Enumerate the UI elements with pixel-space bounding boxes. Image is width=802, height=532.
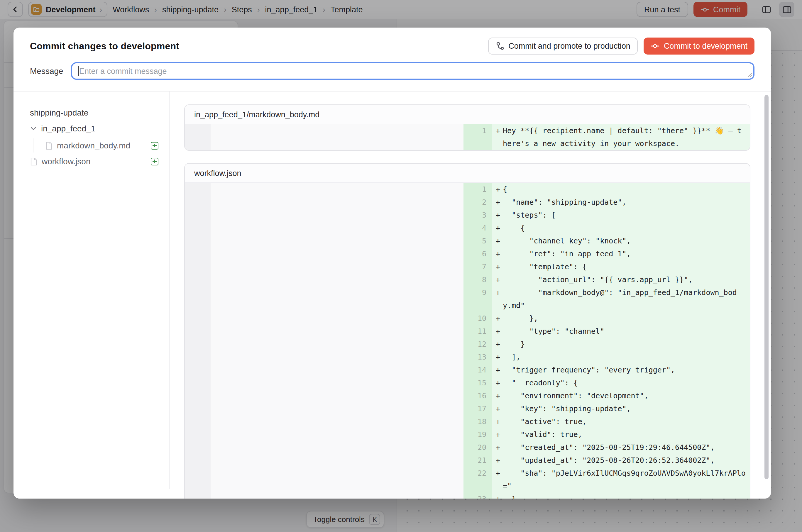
plus-sign: + xyxy=(492,467,503,480)
diff-row: 22+ "sha": "pJeLVir6xIlUCMGqs9qroZoUAVDS… xyxy=(185,467,750,493)
diff-row: 6+ "ref": "in_app_feed_1", xyxy=(185,248,750,261)
tree-folder-label: in_app_feed_1 xyxy=(41,124,95,133)
plus-sign: + xyxy=(492,428,503,441)
diff-row: 17+ "key": "shipping-update", xyxy=(185,402,750,415)
commit-and-promote-label: Commit and promote to production xyxy=(508,42,630,51)
old-side-empty xyxy=(211,493,464,498)
old-side-gutter xyxy=(185,338,211,351)
diff-file-name: in_app_feed_1/markdown_body.md xyxy=(194,110,319,119)
plus-sign: + xyxy=(492,235,503,248)
diff-row: 12+ } xyxy=(185,338,750,351)
code-text: }, xyxy=(503,312,746,325)
added-line: + "trigger_frequency": "every_trigger", xyxy=(492,364,750,377)
code-text: { xyxy=(503,222,746,235)
plus-sign: + xyxy=(492,125,503,137)
old-side-gutter xyxy=(185,183,211,196)
old-side-gutter xyxy=(185,493,211,498)
old-side-gutter xyxy=(185,248,211,261)
added-line: +{ xyxy=(492,183,750,196)
old-side-empty xyxy=(211,196,464,209)
new-line-number: 15 xyxy=(464,377,492,390)
old-side-gutter xyxy=(185,325,211,338)
tree-diff-divider xyxy=(169,92,170,489)
plus-sign: + xyxy=(492,351,503,364)
old-side-empty xyxy=(211,325,464,338)
code-text: } xyxy=(503,338,746,351)
old-side-gutter xyxy=(185,377,211,390)
added-line: + "name": "shipping-update", xyxy=(492,196,750,209)
old-side-gutter xyxy=(185,428,211,441)
new-line-number: 7 xyxy=(464,261,492,273)
diff-row: 20+ "created_at": "2025-08-25T19:29:46.6… xyxy=(185,441,750,454)
added-line: + "active": true, xyxy=(492,415,750,428)
diff-card-workflow-json: workflow.json 1+{2+ "name": "shipping-up… xyxy=(184,163,750,498)
new-line-number: 5 xyxy=(464,235,492,248)
resize-grip-icon[interactable] xyxy=(746,72,752,77)
code-text: "ref": "in_app_feed_1", xyxy=(503,248,746,261)
code-text: "key": "shipping-update", xyxy=(503,402,746,415)
commit-to-development-button[interactable]: Commit to development xyxy=(644,38,754,55)
old-side-empty xyxy=(211,273,464,286)
diff-row: 5+ "channel_key": "knock", xyxy=(185,235,750,248)
tree-file-workflow-json[interactable]: workflow.json xyxy=(30,154,158,168)
new-line-number: 9 xyxy=(464,286,492,312)
old-side-empty xyxy=(211,261,464,273)
diff-row: 18+ "active": true, xyxy=(185,415,750,428)
old-side-gutter xyxy=(185,125,211,150)
tree-root-workflow[interactable]: shipping-update xyxy=(30,108,158,117)
code-text: "created_at": "2025-08-25T19:29:46.64450… xyxy=(503,441,746,454)
commit-and-promote-button[interactable]: Commit and promote to production xyxy=(488,38,638,55)
new-line-number: 21 xyxy=(464,454,492,467)
diff-row: 13+ ], xyxy=(185,351,750,364)
diff-file-name: workflow.json xyxy=(194,169,241,177)
added-line: + ], xyxy=(492,351,750,364)
plus-sign: + xyxy=(492,377,503,390)
code-text: "trigger_frequency": "every_trigger", xyxy=(503,364,746,377)
code-text: "channel_key": "knock", xyxy=(503,235,746,248)
new-line-number: 4 xyxy=(464,222,492,235)
new-line-number: 18 xyxy=(464,415,492,428)
diff-card-markdown-body: in_app_feed_1/markdown_body.md 1+Hey **{… xyxy=(184,104,750,151)
added-line: + { xyxy=(492,222,750,235)
tree-folder-step[interactable]: in_app_feed_1 xyxy=(30,124,158,133)
code-text: "sha": "pJeLVir6xIlUCMGqs9qroZoUAVDSwA0y… xyxy=(503,467,746,493)
code-text: "type": "channel" xyxy=(503,325,746,338)
new-line-number: 17 xyxy=(464,402,492,415)
old-side-gutter xyxy=(185,467,211,493)
added-line: + "environment": "development", xyxy=(492,390,750,402)
plus-sign: + xyxy=(492,248,503,261)
new-line-number: 13 xyxy=(464,351,492,364)
old-side-empty xyxy=(211,364,464,377)
code-text: "updated_at": "2025-08-26T20:26:52.36400… xyxy=(503,454,746,467)
code-text: ], xyxy=(503,351,746,364)
plus-sign: + xyxy=(492,493,503,498)
diff-lines: 1+{2+ "name": "shipping-update",3+ "step… xyxy=(185,183,750,498)
code-text: "markdown_body@": "in_app_feed_1/markdow… xyxy=(503,286,746,312)
commit-message-input[interactable]: Enter a commit message xyxy=(71,62,754,80)
old-side-empty xyxy=(211,415,464,428)
old-side-empty xyxy=(211,441,464,454)
commit-dialog-header: Commit changes to development Commit and… xyxy=(14,27,771,92)
commit-dialog: Commit changes to development Commit and… xyxy=(14,27,771,498)
diff-row: 10+ }, xyxy=(185,312,750,325)
code-text: "name": "shipping-update", xyxy=(503,196,746,209)
old-side-gutter xyxy=(185,261,211,273)
old-side-empty xyxy=(211,338,464,351)
modal-scrollbar-thumb[interactable] xyxy=(764,95,768,479)
plus-sign: + xyxy=(492,312,503,325)
diff-row: 15+ "__readonly": { xyxy=(185,377,750,390)
diff-row: 1+Hey **{{ recipient.name | default: "th… xyxy=(185,125,750,150)
commit-dialog-body: shipping-update in_app_feed_1 markdown_b… xyxy=(14,92,771,498)
old-side-gutter xyxy=(185,196,211,209)
added-status-badge xyxy=(151,141,158,149)
added-line: + "action_url": "{{ vars.app_url }}", xyxy=(492,273,750,286)
old-side-empty xyxy=(211,286,464,312)
plus-sign: + xyxy=(492,273,503,286)
tree-file-markdown-body[interactable]: markdown_body.md xyxy=(45,138,158,152)
added-line: + "ref": "in_app_feed_1", xyxy=(492,248,750,261)
new-line-number: 16 xyxy=(464,390,492,402)
new-line-number: 1 xyxy=(464,183,492,196)
old-side-gutter xyxy=(185,402,211,415)
diff-row: 4+ { xyxy=(185,222,750,235)
screen: Development › Workflows › shipping-updat… xyxy=(0,0,802,532)
